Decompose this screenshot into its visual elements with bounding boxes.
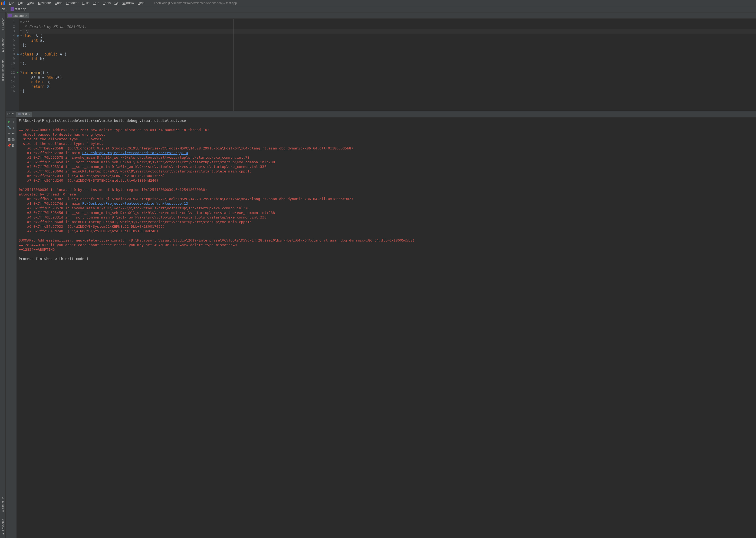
sidebar-item-structure[interactable]: ≣ Structure [1,497,5,512]
down-icon[interactable]: ↓ [11,125,16,130]
file-link[interactable]: F:\Desktop\Projects\leetcode\editor\cn\t… [82,151,188,155]
code-line[interactable]: return 0; [23,84,756,89]
menu-help[interactable]: Help [136,1,146,5]
window-title: LeetCode [F:\Desktop\Projects\leetcode\e… [154,1,237,5]
console-line: ==12824==ERROR: AddressSanitizer: new-de… [19,128,754,133]
cpp-file-icon [8,14,12,18]
favorites-icon: ★ [1,532,5,535]
sidebar-item-commit[interactable]: ◆ Commit [1,38,5,53]
console-line: #6 0x7ffc54a57033 (C:\WINDOWS\System32\K… [19,225,754,229]
rerun-icon[interactable]: ▶ [7,119,11,124]
code-line[interactable]: class B : public A { [23,52,756,57]
close-icon[interactable]: × [25,14,27,17]
svg-rect-0 [1,2,2,5]
stop-icon[interactable]: ■ [7,131,11,135]
svg-rect-2 [4,1,5,5]
run-toolwindow-header: Run: test × [6,111,756,118]
run-config-icon [18,112,21,116]
run-label: Run: [7,112,14,116]
menu-run[interactable]: Run [91,1,101,5]
console-line [19,252,754,257]
code-line[interactable]: /** [23,20,756,25]
console-line: SUMMARY: AddressSanitizer: new-delete-ty… [19,238,754,243]
inheritance-icon[interactable]: ◉ [17,53,19,56]
svg-text:c: c [12,8,13,11]
line-gutter[interactable]: 1234◉5678◉9101112▶13141516 [6,19,19,111]
menubar: FileEditViewNavigateCodeRefactorBuildRun… [0,0,756,6]
console-line: #4 0x7ff70b39331d in __scrt_common_main … [19,215,754,220]
pin-icon[interactable]: 📌 [7,143,11,147]
inheritance-icon[interactable]: ◉ [17,34,19,37]
svg-rect-1 [3,2,4,5]
code-line[interactable]: class A { [23,33,756,38]
close-icon[interactable]: × [29,112,30,116]
code-line[interactable] [23,47,756,52]
sidebar-item-project[interactable]: ▤ Project [1,19,5,32]
console-line: object passed to delete has wrong type: [19,133,754,137]
run-gutter: ▶ 🔧 ■ ▦ 📌 ↑ ↓ ↩ 🖶 🗑 [6,118,17,538]
console-line: #6 0x7ffc54a57033 (C:\WINDOWS\System32\K… [19,174,754,179]
code-area[interactable]: /** * Created by KK on 2021/3/4. */class… [23,19,756,111]
run-gutter-icon[interactable]: ▶ [17,71,19,74]
code-line[interactable]: */ [23,29,756,33]
console-line [19,234,754,238]
menu-edit[interactable]: Edit [16,1,25,5]
menu-window[interactable]: Window [120,1,136,5]
fold-gutter[interactable]: ⊟⌐⊟⌐⊟⌐⊟⌐ [19,19,23,111]
sidebar-item-pull-requests[interactable]: ⇅ Pull Requests [1,60,5,81]
console-line: ========================================… [19,123,754,128]
structure-icon: ≣ [1,510,5,512]
menu-build[interactable]: Build [80,1,91,5]
crumb-root[interactable]: cn [2,7,5,11]
run-tab[interactable]: test × [16,112,32,117]
console-line: size of the allocated type: 8 bytes; [19,137,754,141]
console-line: #1 0x7ff70b3927aa in main F:\Desktop\Pro… [19,151,754,155]
file-link[interactable]: F:\Desktop\Projects\leetcode\editor\cn\t… [82,201,188,205]
wrench-icon[interactable]: 🔧 [7,125,11,130]
trash-icon[interactable]: 🗑 [11,143,16,147]
code-line[interactable]: delete a; [23,80,756,84]
menu-code[interactable]: Code [53,1,65,5]
code-line[interactable]: int a; [23,38,756,43]
code-line[interactable] [23,66,756,71]
up-icon[interactable]: ↑ [11,119,16,124]
menu-refactor[interactable]: Refactor [65,1,80,5]
code-line[interactable]: int main() { [23,71,756,75]
exe-path-line: F:\Desktop\Projects\leetcode\editor\cn\c… [19,119,754,123]
console-line: size of the deallocated type: 4 bytes. [19,141,754,146]
editor[interactable]: 1234◉5678◉9101112▶13141516 ⊟⌐⊟⌐⊟⌐⊟⌐ /** … [6,19,756,111]
console-line [19,183,754,188]
console-line: Process finished with exit code 1 [19,257,754,261]
code-line[interactable]: }; [23,61,756,66]
console-line: #1 0x7ff70b39274d in main F:\Desktop\Pro… [19,201,754,206]
soft-wrap-icon[interactable]: ↩ [11,131,16,135]
layout-icon[interactable]: ▦ [7,137,11,141]
editor-tabs: test.cpp × [6,13,756,19]
code-line[interactable]: } [23,89,756,93]
print-icon[interactable]: 🖶 [11,137,16,141]
sidebar-item-favorites[interactable]: ★ Favorites [1,519,5,535]
run-panel: ▶ 🔧 ■ ▦ 📌 ↑ ↓ ↩ 🖶 🗑 F:\D [6,118,756,538]
svg-rect-6 [18,113,21,115]
code-line[interactable]: int b; [23,57,756,61]
console-line: #2 0x7ff70b393578 in invoke_main D:\a01\… [19,206,754,211]
console-line: #5 0x7ff70b39360d in mainCRTStartup D:\a… [19,169,754,174]
menu-file[interactable]: File [7,1,16,5]
menu-tools[interactable]: Tools [101,1,113,5]
console-line: #4 0x7ff70b39331d in __scrt_common_main … [19,165,754,169]
code-line[interactable]: A* a = new B(); [23,75,756,80]
console-line: #3 0x7ff70b39345d in __scrt_common_main_… [19,160,754,165]
commit-icon: ◆ [1,50,5,53]
code-line[interactable]: }; [23,43,756,47]
menu-view[interactable]: View [25,1,36,5]
right-margin-line [233,19,234,111]
breadcrumb-sep-icon: 〉 [6,7,10,12]
run-output[interactable]: F:\Desktop\Projects\leetcode\editor\cn\c… [17,118,756,538]
crumb-file[interactable]: test.cpp [15,7,26,11]
editor-tab-test[interactable]: test.cpp × [7,13,29,19]
code-line[interactable]: * Created by KK on 2021/3/4. [23,25,756,29]
console-line: #7 0x7ffc5643d240 (C:\WINDOWS\SYSTEM32\n… [19,179,754,183]
menu-git[interactable]: Git [113,1,120,5]
menu-navigate[interactable]: Navigate [36,1,53,5]
project-icon: ▤ [1,28,5,32]
